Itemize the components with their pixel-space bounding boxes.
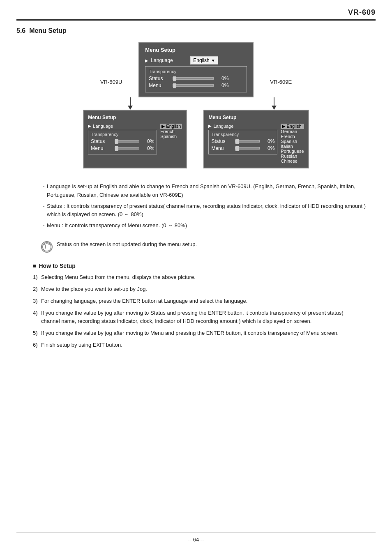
main-menu-title: Menu Setup — [145, 47, 247, 53]
step-5: 5) If you change the value by jog after … — [33, 329, 359, 338]
right-status-row: Status 0% — [211, 138, 274, 144]
right-menu-box: Menu Setup ▶ Language Transparency Statu… — [203, 110, 309, 168]
right-transparency-label: Transparency — [211, 132, 274, 137]
page-header: VR-609 — [16, 8, 376, 21]
left-language-row: ▶ Language — [88, 124, 157, 129]
info-icon: i — [41, 241, 53, 253]
right-menu-slider[interactable] — [235, 147, 260, 150]
left-status-label: Status — [91, 138, 111, 144]
right-status-label: Status — [211, 138, 232, 144]
left-language-label: Language — [93, 124, 126, 129]
language-label: Language — [151, 58, 188, 63]
language-value: English — [193, 58, 209, 63]
right-menu-label: Menu — [211, 145, 232, 151]
device-label-right: VR-609E — [270, 54, 292, 85]
language-row: ▶ Language English ▼ — [145, 56, 247, 64]
section-title: 5.6 Menu Setup — [16, 27, 376, 35]
right-lang-list: ▶ English German French Spanish Italian … — [281, 124, 304, 164]
right-menu-row: Menu 0% — [211, 145, 274, 151]
transparency-section: Transparency Status 0% Menu — [145, 66, 247, 92]
left-lang-english[interactable]: ▶ English — [160, 124, 182, 129]
left-status-row: Status 0% — [91, 138, 154, 144]
main-menu-box: Menu Setup ▶ Language English ▼ Transpar… — [138, 42, 254, 97]
left-lang-spanish[interactable]: Spanish — [160, 134, 182, 139]
status-slider[interactable] — [173, 77, 214, 80]
left-transparency: Transparency Status 0% Menu — [88, 130, 157, 154]
main-diagram: VR-609U Menu Setup ▶ Language English ▼ — [83, 42, 309, 168]
right-transparency: Transparency Status 0% Menu — [208, 130, 277, 154]
notes-section: ・ Language is set-up at English and able… — [41, 182, 376, 233]
left-transparency-label: Transparency — [91, 132, 154, 137]
step-4: 4) If you change the value by jog after … — [33, 309, 359, 326]
how-to-list: 1) Selecting Menu Setup from the menu, d… — [33, 273, 359, 350]
left-menu-slider[interactable] — [115, 147, 139, 150]
svg-point-0 — [43, 243, 51, 251]
left-menu-label: Menu — [91, 145, 111, 151]
right-language-row: ▶ Language — [208, 124, 277, 129]
left-menu-box: Menu Setup ▶ Language Transparency Statu… — [83, 110, 187, 168]
note-item-2: ・ Status : It controls transparency of p… — [41, 202, 376, 219]
right-lang-chinese[interactable]: Chinese — [281, 159, 304, 164]
svg-text:i: i — [45, 245, 46, 250]
menu-label: Menu — [149, 83, 169, 88]
step-3: 3) For changing language, press the ENTE… — [33, 297, 359, 306]
how-to-title: How to Setup — [33, 263, 359, 269]
page-number: -- 64 -- — [188, 537, 204, 543]
right-arrow-connector — [272, 97, 277, 110]
transparency-label: Transparency — [149, 69, 243, 74]
right-lang-portuguese[interactable]: Portuguese — [281, 149, 304, 154]
left-arrow-connector — [128, 97, 133, 110]
left-status-slider[interactable] — [115, 140, 139, 143]
right-menu-value: 0% — [263, 145, 274, 151]
info-text: Status on the screen is not updated duri… — [57, 241, 197, 247]
language-dropdown[interactable]: English ▼ — [190, 56, 218, 64]
left-menu-value: 0% — [143, 145, 154, 151]
left-status-value: 0% — [143, 138, 154, 144]
right-menu-title: Menu Setup — [208, 115, 304, 120]
right-language-label: Language — [213, 124, 246, 129]
right-lang-spanish[interactable]: Spanish — [281, 139, 304, 144]
how-to-section: How to Setup 1) Selecting Menu Setup fro… — [33, 263, 359, 353]
right-lang-english[interactable]: ▶ English — [281, 124, 304, 129]
right-lang-german[interactable]: German — [281, 129, 304, 134]
note-item-3: ・ Menu : It controls transparency of Men… — [41, 221, 376, 230]
dropdown-arrow-icon: ▼ — [211, 58, 215, 63]
model-title: VR-609 — [348, 8, 376, 17]
menu-slider[interactable] — [173, 84, 214, 87]
status-label: Status — [149, 76, 169, 81]
right-lang-russian[interactable]: Russian — [281, 154, 304, 159]
left-lang-french[interactable]: French — [160, 129, 182, 134]
info-box: i Status on the screen is not updated du… — [41, 241, 351, 253]
step-6: 6) Finish setup by using EXIT button. — [33, 341, 359, 350]
step-2: 2) Move to the place you want to set-up … — [33, 285, 359, 294]
right-lang-italian[interactable]: Italian — [281, 144, 304, 149]
bottom-menu-boxes: Menu Setup ▶ Language Transparency Statu… — [83, 110, 309, 168]
note-item-1: ・ Language is set-up at English and able… — [41, 182, 376, 200]
right-lang-french[interactable]: French — [281, 134, 304, 139]
note-text-1: Language is set-up at English and able t… — [47, 182, 376, 200]
menu-slider-row: Menu 0% — [149, 83, 243, 88]
menu-value: 0% — [217, 83, 228, 88]
right-status-slider[interactable] — [235, 140, 260, 143]
left-menu-title: Menu Setup — [88, 115, 182, 120]
page-footer: -- 64 -- — [16, 532, 376, 543]
status-value: 0% — [217, 76, 228, 81]
right-status-value: 0% — [263, 138, 274, 144]
status-slider-row: Status 0% — [149, 76, 243, 81]
note-text-3: Menu : It controls transparency of Menu … — [47, 221, 376, 230]
left-lang-list: ▶ English French Spanish — [160, 124, 182, 139]
step-1: 1) Selecting Menu Setup from the menu, d… — [33, 273, 359, 282]
note-text-2: Status : It controls transparency of pre… — [47, 202, 376, 219]
left-menu-row: Menu 0% — [91, 145, 154, 151]
diagram-area: VR-609U Menu Setup ▶ Language English ▼ — [16, 42, 376, 168]
device-label-left: VR-609U — [100, 54, 122, 85]
